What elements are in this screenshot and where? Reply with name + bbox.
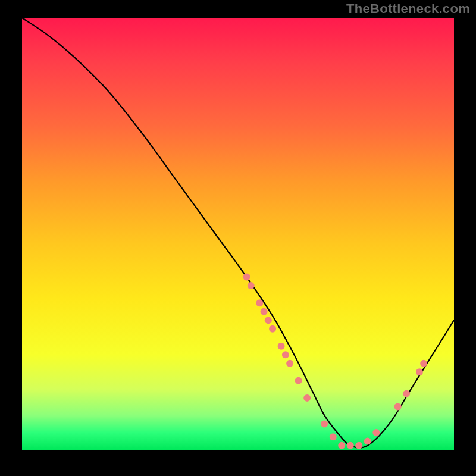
highlight-dot: [330, 433, 337, 440]
highlight-dot: [416, 368, 423, 375]
highlight-dots-group: [243, 274, 428, 449]
highlight-dot: [243, 274, 250, 281]
highlight-dot: [269, 325, 276, 333]
highlight-dot: [295, 377, 302, 384]
highlight-dot: [403, 390, 410, 397]
bottleneck-curve: [22, 18, 454, 448]
highlight-dot: [420, 360, 427, 367]
highlight-dot: [355, 442, 362, 449]
chart-frame: TheBottleneck.com: [0, 0, 476, 476]
highlight-dot: [261, 308, 268, 315]
highlight-dot: [372, 429, 380, 436]
highlight-dot: [338, 442, 345, 449]
highlight-dot: [303, 394, 311, 402]
highlight-dot: [394, 403, 402, 410]
watermark-text: TheBottleneck.com: [346, 1, 470, 17]
highlight-dot: [321, 420, 328, 427]
highlight-dot: [286, 360, 293, 367]
highlight-dot: [265, 317, 272, 324]
highlight-dot: [278, 343, 285, 350]
highlight-dot: [347, 442, 354, 449]
highlight-dot: [256, 299, 263, 306]
highlight-dot: [364, 437, 371, 444]
highlight-dot: [248, 282, 255, 289]
curve-layer: [22, 18, 454, 450]
highlight-dot: [282, 351, 289, 358]
